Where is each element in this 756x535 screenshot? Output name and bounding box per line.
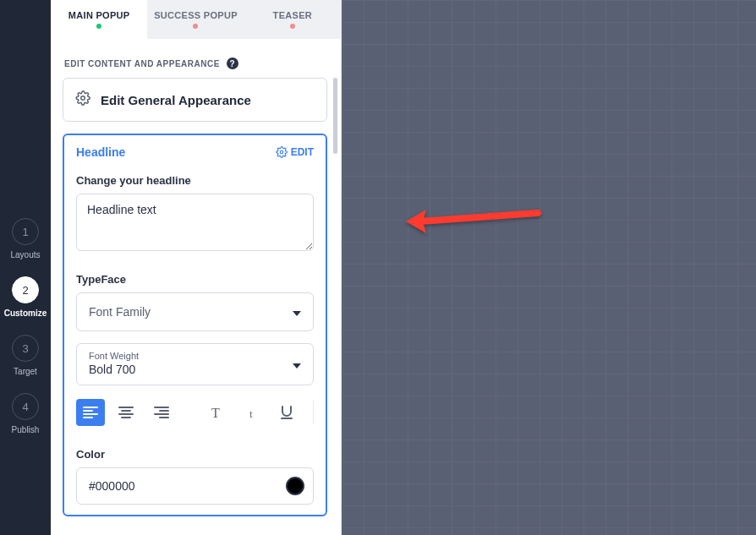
color-swatch[interactable] — [286, 477, 304, 495]
gear-icon — [276, 146, 288, 158]
align-center-button[interactable] — [112, 399, 140, 426]
headline-block-title: Headline — [76, 145, 125, 159]
chevron-down-icon — [293, 358, 301, 371]
tab-label: TEASER — [273, 10, 312, 20]
svg-text:T: T — [211, 406, 220, 420]
preview-canvas[interactable] — [342, 0, 756, 535]
color-input-row — [76, 467, 314, 505]
step-number: 4 — [12, 393, 39, 420]
status-dot-icon — [96, 24, 101, 29]
tab-label: SUCCESS POPUP — [154, 10, 238, 20]
font-family-placeholder: Font Family — [89, 305, 151, 319]
step-number: 2 — [12, 276, 39, 303]
annotation-arrow-icon — [401, 203, 545, 240]
color-title: Color — [76, 448, 314, 461]
help-icon[interactable]: ? — [227, 57, 238, 69]
step-publish[interactable]: 4 Publish — [12, 393, 40, 434]
underline-button[interactable] — [272, 399, 301, 426]
typeface-title: TypeFace — [76, 273, 314, 286]
toolbar-separator — [313, 401, 314, 424]
step-rail: 1 Layouts 2 Customize 3 Target 4 Publish — [0, 0, 51, 535]
general-appearance-label: Edit General Appearance — [101, 93, 251, 107]
step-number: 3 — [12, 335, 39, 362]
align-right-button[interactable] — [147, 399, 176, 426]
tab-main-popup[interactable]: MAIN POPUP — [51, 0, 147, 39]
section-title-text: EDIT CONTENT AND APPEARANCE — [64, 59, 220, 68]
scrollbar-thumb[interactable] — [333, 78, 337, 154]
step-number: 1 — [12, 218, 39, 245]
step-layouts[interactable]: 1 Layouts — [10, 218, 40, 259]
general-appearance-card[interactable]: Edit General Appearance — [63, 78, 327, 122]
font-weight-value: Bold 700 — [89, 363, 135, 376]
headline-block: Headline EDIT Change your headline TypeF… — [63, 134, 327, 516]
tab-success-popup[interactable]: SUCCESS POPUP — [147, 0, 244, 39]
edit-label: EDIT — [291, 146, 314, 158]
headline-input[interactable] — [76, 194, 314, 251]
align-left-button[interactable] — [76, 399, 105, 426]
tab-label: MAIN POPUP — [68, 10, 130, 20]
svg-text:t: t — [249, 408, 253, 420]
text-size-large-button[interactable]: T — [201, 399, 230, 426]
headline-field-label: Change your headline — [76, 174, 314, 187]
font-weight-select[interactable]: Font Weight Bold 700 — [76, 343, 314, 385]
status-dot-icon — [290, 24, 295, 29]
font-weight-label: Font Weight — [89, 351, 139, 361]
gear-icon — [75, 90, 90, 109]
step-label: Publish — [12, 425, 40, 434]
step-label: Target — [14, 367, 37, 376]
text-format-toolbar: T t — [76, 399, 314, 426]
editor-body[interactable]: EDIT CONTENT AND APPEARANCE ? Edit Gener… — [51, 39, 341, 535]
step-label: Customize — [4, 308, 47, 318]
tab-teaser[interactable]: TEASER — [244, 0, 341, 39]
color-hex-input[interactable] — [89, 479, 286, 493]
svg-point-1 — [280, 150, 283, 154]
step-customize[interactable]: 2 Customize — [4, 276, 47, 318]
chevron-down-icon — [293, 305, 301, 319]
edit-button[interactable]: EDIT — [276, 146, 314, 158]
status-dot-icon — [193, 24, 198, 29]
step-label: Layouts — [10, 250, 40, 259]
editor-panel: MAIN POPUP SUCCESS POPUP TEASER EDIT CON… — [51, 0, 342, 535]
font-family-select[interactable]: Font Family — [76, 292, 314, 331]
step-target[interactable]: 3 Target — [12, 335, 39, 376]
svg-point-0 — [81, 96, 85, 101]
section-title: EDIT CONTENT AND APPEARANCE ? — [64, 57, 327, 69]
text-size-small-button[interactable]: t — [237, 399, 266, 426]
popup-tabs: MAIN POPUP SUCCESS POPUP TEASER — [51, 0, 341, 39]
